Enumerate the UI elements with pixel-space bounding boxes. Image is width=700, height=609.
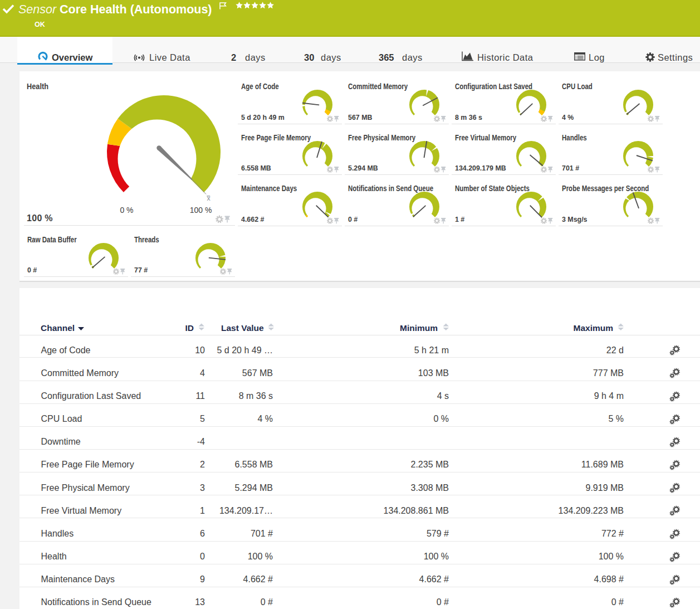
svg-text:x: x [207,194,211,202]
